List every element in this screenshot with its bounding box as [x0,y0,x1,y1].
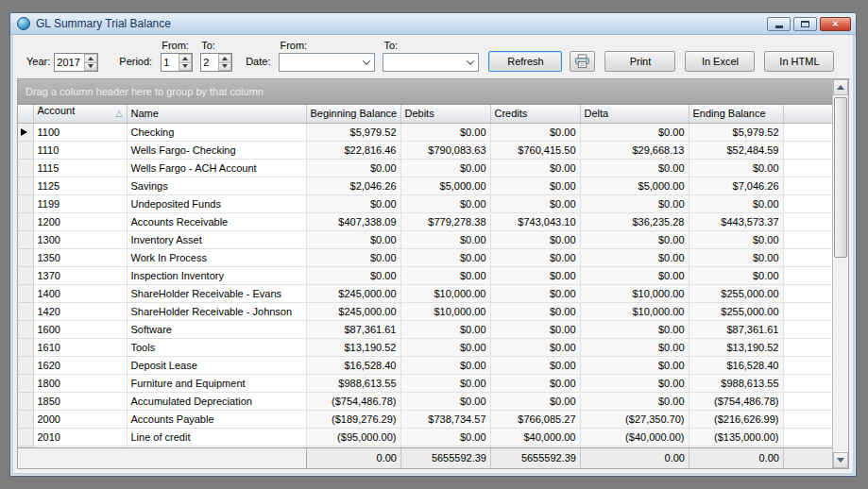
cell-beginning-balance[interactable]: ($754,486.78) [306,392,400,410]
scroll-up-button[interactable] [833,79,848,95]
cell-debits[interactable]: $0.00 [400,159,490,177]
scroll-down-button[interactable] [833,452,848,468]
cell-credits[interactable]: $0.00 [490,374,580,392]
cell-credits[interactable]: $0.00 [490,248,580,266]
period-to-spinner[interactable] [200,53,232,72]
cell-name[interactable]: Deposit Lease [127,356,306,374]
cell-ending-balance[interactable]: $988,613.55 [689,374,783,392]
scrollbar-thumb[interactable] [834,97,847,258]
cell-beginning-balance[interactable]: $22,816.46 [306,141,400,159]
column-header-ending-balance[interactable]: Ending Balance [689,105,783,123]
cell-delta[interactable]: $0.00 [580,266,689,284]
cell-ending-balance[interactable]: $0.00 [689,248,783,266]
cell-beginning-balance[interactable]: $13,190.52 [306,338,400,356]
cell-delta[interactable]: $0.00 [580,248,689,266]
cell-name[interactable]: Accounts Payable [127,410,306,428]
cell-credits[interactable]: $0.00 [490,302,580,320]
cell-ending-balance[interactable]: ($135,000.00) [689,428,783,446]
close-button[interactable]: × [820,17,851,31]
column-header-account[interactable]: △ Account [33,105,127,123]
cell-account[interactable]: 1300 [33,230,127,248]
cell-debits[interactable]: $0.00 [400,194,490,212]
cell-beginning-balance[interactable]: $5,979.52 [306,123,400,141]
cell-name[interactable]: Software [127,320,306,338]
cell-account[interactable]: 1610 [33,338,127,356]
cell-credits[interactable]: $40,000.00 [490,428,580,446]
chevron-down-icon[interactable] [463,54,478,71]
cell-delta[interactable]: $0.00 [580,338,689,356]
cell-delta[interactable]: $10,000.00 [580,302,689,320]
cell-ending-balance[interactable]: $87,361.61 [689,320,783,338]
cell-credits[interactable]: $0.00 [490,284,580,302]
table-row[interactable]: 1370Inspection Inventory$0.00$0.00$0.00$… [18,266,832,284]
cell-ending-balance[interactable]: $16,528.40 [689,356,783,374]
cell-delta[interactable]: $0.00 [580,320,689,338]
cell-ending-balance[interactable]: $0.00 [689,230,783,248]
cell-name[interactable]: Savings [127,177,306,194]
cell-beginning-balance[interactable]: $245,000.00 [306,284,400,302]
date-to-input[interactable] [383,54,463,71]
cell-debits[interactable]: $790,083.63 [400,141,490,159]
cell-debits[interactable]: $0.00 [400,392,490,410]
maximize-button[interactable] [793,17,817,31]
cell-ending-balance[interactable]: $443,573.37 [689,212,783,230]
scrollbar-track[interactable] [833,95,848,452]
cell-ending-balance[interactable]: ($216,626.99) [689,410,783,428]
cell-delta[interactable]: $0.00 [580,123,689,141]
group-by-panel[interactable]: Drag a column header here to group by th… [18,79,832,105]
cell-delta[interactable]: $29,668.13 [580,141,689,159]
cell-account[interactable]: 1620 [33,356,127,374]
year-spin-up-button[interactable] [84,54,97,63]
title-bar[interactable]: GL Summary Trial Balance × [10,13,856,35]
period-to-spin-up-button[interactable] [218,54,231,63]
cell-beginning-balance[interactable]: $16,528.40 [306,356,400,374]
cell-beginning-balance[interactable]: ($189,276.29) [306,410,400,428]
table-row[interactable]: 1610Tools$13,190.52$0.00$0.00$0.00$13,19… [18,338,832,356]
table-row[interactable]: 1350Work In Process$0.00$0.00$0.00$0.00$… [18,248,832,266]
cell-beginning-balance[interactable]: $0.00 [306,230,400,248]
table-row[interactable]: 1850Accumulated Depreciation($754,486.78… [18,392,832,410]
cell-delta[interactable]: ($27,350.70) [580,410,689,428]
cell-delta[interactable]: $0.00 [580,194,689,212]
cell-account[interactable]: 1850 [33,392,127,410]
cell-delta[interactable]: $36,235.28 [580,212,689,230]
cell-beginning-balance[interactable]: $0.00 [306,159,400,177]
cell-ending-balance[interactable]: $52,484.59 [689,141,783,159]
cell-name[interactable]: ShareHolder Receivable - Evans [127,284,306,302]
cell-ending-balance[interactable]: $0.00 [689,266,783,284]
cell-delta[interactable]: $0.00 [580,230,689,248]
cell-credits[interactable]: $0.00 [490,177,580,194]
cell-debits[interactable]: $0.00 [400,266,490,284]
cell-debits[interactable]: $0.00 [400,356,490,374]
cell-debits[interactable]: $5,000.00 [400,177,490,194]
cell-name[interactable]: Wells Fargo - ACH Account [127,159,306,177]
cell-ending-balance[interactable]: $0.00 [689,159,783,177]
cell-name[interactable]: ShareHolder Receivable - Johnson [127,302,306,320]
cell-account[interactable]: 2010 [33,428,127,446]
cell-name[interactable]: Inspection Inventory [127,266,306,284]
cell-account[interactable]: 1370 [33,266,127,284]
cell-name[interactable]: Furniture and Equipment [127,374,306,392]
cell-credits[interactable]: $0.00 [490,338,580,356]
cell-credits[interactable]: $0.00 [490,266,580,284]
table-row[interactable]: 1620Deposit Lease$16,528.40$0.00$0.00$0.… [18,356,832,374]
cell-account[interactable]: 1800 [33,374,127,392]
cell-debits[interactable]: $0.00 [400,248,490,266]
cell-delta[interactable]: ($40,000.00) [580,428,689,446]
cell-ending-balance[interactable]: $255,000.00 [689,284,783,302]
cell-account[interactable]: 1600 [33,320,127,338]
cell-account[interactable]: 1125 [33,177,127,194]
period-from-spin-down-button[interactable] [179,63,192,72]
cell-credits[interactable]: $760,415.50 [490,141,580,159]
table-row[interactable]: 1199Undeposited Funds$0.00$0.00$0.00$0.0… [18,194,832,212]
cell-name[interactable]: Accumulated Depreciation [127,392,306,410]
cell-delta[interactable]: $0.00 [580,159,689,177]
cell-name[interactable]: Undeposited Funds [127,194,306,212]
cell-delta[interactable]: $0.00 [580,392,689,410]
date-from-input[interactable] [280,54,359,71]
cell-account[interactable]: 2000 [33,410,127,428]
cell-beginning-balance[interactable]: $2,046.26 [306,177,400,194]
cell-account[interactable]: 1100 [33,123,127,141]
table-row[interactable]: 2000Accounts Payable($189,276.29)$738,73… [18,410,832,428]
column-header-debits[interactable]: Debits [400,105,490,123]
